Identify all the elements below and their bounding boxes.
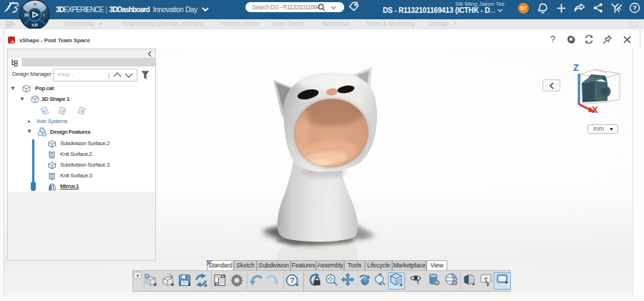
svg-text:?: ? xyxy=(290,276,295,285)
svg-text:xy: xy xyxy=(43,109,47,113)
svg-text:3D: 3D xyxy=(24,13,29,17)
svg-text:V,R: V,R xyxy=(31,23,38,27)
svg-text:Z: Z xyxy=(573,62,579,73)
svg-text:?: ? xyxy=(633,4,637,11)
svg-text:yz: yz xyxy=(62,109,65,113)
svg-text:zx: zx xyxy=(81,109,84,113)
